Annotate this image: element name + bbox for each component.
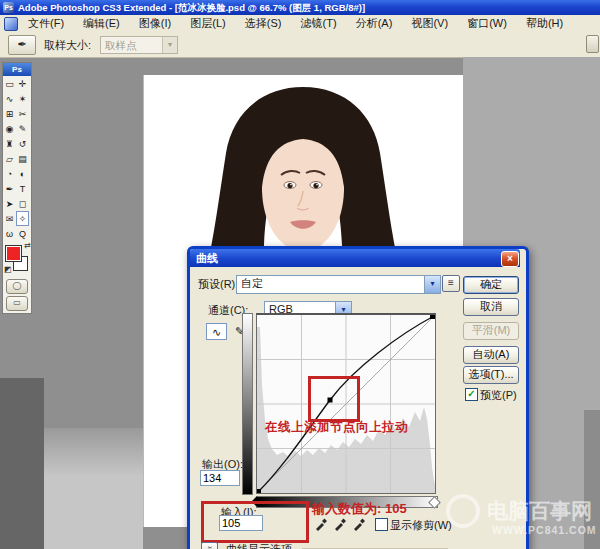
preset-label: 预设(R):	[198, 277, 238, 292]
black-point-eyedropper-icon[interactable]	[314, 517, 329, 532]
history-brush-tool[interactable]: ↺	[16, 136, 29, 151]
curve-options-label: 曲线显示选项	[226, 542, 292, 549]
workspace-background-light	[44, 428, 143, 549]
ok-button[interactable]: 确定	[463, 276, 519, 294]
toolbox-ps-logo: Ps	[3, 63, 31, 76]
dodge-tool[interactable]: ◐	[16, 166, 29, 181]
pen-tool[interactable]: ✒	[3, 181, 16, 196]
show-clipping-checkbox[interactable]	[375, 518, 388, 531]
sample-size-value: 取样点	[105, 39, 137, 51]
hand-tool[interactable]: ω	[3, 226, 16, 241]
annotation-input-note: 输入数值为: 105	[312, 500, 407, 518]
document-icon	[4, 17, 18, 31]
curve-options-expander[interactable]: »	[201, 542, 218, 549]
dropdown-arrow-icon: ▾	[424, 276, 440, 293]
photoshop-app-icon: Ps	[3, 2, 14, 13]
show-clipping-label: 显示修剪(W)	[390, 518, 452, 533]
menu-window[interactable]: 窗口(W)	[459, 15, 515, 32]
watermark-logo	[446, 494, 480, 528]
slice-tool[interactable]: ✂	[16, 106, 29, 121]
menu-analysis[interactable]: 分析(A)	[348, 15, 401, 32]
preview-checkbox[interactable]: ✓	[465, 388, 478, 401]
curve-endpoint-highlight[interactable]	[430, 315, 435, 319]
menu-layer[interactable]: 图层(L)	[182, 15, 233, 32]
edit-points-icon[interactable]: ∿	[206, 323, 227, 340]
sample-size-dropdown[interactable]: 取样点 ▾	[100, 36, 178, 54]
clone-stamp-tool[interactable]: ♜	[3, 136, 16, 151]
type-tool[interactable]: T	[16, 181, 29, 196]
quick-mask-button[interactable]: ◯	[6, 279, 28, 294]
auto-button[interactable]: 自动(A)	[463, 346, 519, 364]
rectangular-marquee-tool[interactable]: ▭	[3, 76, 16, 91]
eyedropper-options-icon[interactable]: ✒	[8, 35, 36, 55]
palette-well-icon[interactable]	[586, 35, 599, 53]
menu-bar: 文件(F) 编辑(E) 图像(I) 图层(L) 选择(S) 滤镜(T) 分析(A…	[0, 15, 600, 33]
eyedropper-icon: ✒	[17, 38, 26, 50]
shape-tool[interactable]: ◻	[16, 196, 29, 211]
curve-endpoint-shadow[interactable]	[257, 489, 261, 493]
crop-tool[interactable]: ⊞	[3, 106, 16, 121]
close-button[interactable]: ×	[501, 251, 519, 267]
eraser-tool[interactable]: ▱	[3, 151, 16, 166]
sample-size-label: 取样大小:	[44, 38, 91, 53]
watermark-site-name: 电脑百事网	[487, 497, 592, 525]
menu-filter[interactable]: 滤镜(T)	[293, 15, 345, 32]
magic-wand-tool[interactable]: ✶	[16, 91, 29, 106]
preset-options-button[interactable]: ≡	[442, 275, 460, 292]
dropdown-arrow-icon: ▾	[162, 37, 177, 53]
swap-colors-icon[interactable]: ⇄	[24, 241, 31, 250]
blur-tool[interactable]: ◔	[3, 166, 16, 181]
window-title: Adobe Photoshop CS3 Extended - [范冰冰换脸.ps…	[18, 0, 365, 15]
options-button[interactable]: 选项(T)...	[463, 366, 519, 384]
gradient-tool[interactable]: ▤	[16, 151, 29, 166]
brush-tool[interactable]: ✎	[16, 121, 29, 136]
dialog-title-bar[interactable]: 曲线	[190, 249, 520, 267]
move-tool[interactable]: ✛	[16, 76, 29, 91]
menu-image[interactable]: 图像(I)	[131, 15, 179, 32]
curve-grid[interactable]: 在线上添加节点向上拉动	[256, 313, 436, 494]
tool-options-bar: ✒ 取样大小: 取样点 ▾	[0, 32, 600, 58]
gray-point-eyedropper-icon[interactable]	[333, 517, 348, 532]
menu-file[interactable]: 文件(F)	[20, 15, 72, 32]
annotation-input-box	[201, 501, 309, 543]
zoom-tool[interactable]: Q	[16, 226, 29, 241]
menu-select[interactable]: 选择(S)	[237, 15, 290, 32]
screen-mode-button[interactable]: ▭	[6, 296, 28, 311]
preset-value: 自定	[241, 277, 263, 289]
output-value-field[interactable]	[200, 470, 240, 486]
menu-help[interactable]: 帮助(H)	[518, 15, 571, 32]
smooth-button: 平滑(M)	[463, 322, 519, 340]
lasso-tool[interactable]: ∿	[3, 91, 16, 106]
window-title-bar: Ps Adobe Photoshop CS3 Extended - [范冰冰换脸…	[0, 0, 600, 15]
notes-tool[interactable]: ✉	[3, 211, 16, 226]
cancel-button[interactable]: 取消	[463, 298, 519, 316]
menu-view[interactable]: 视图(V)	[403, 15, 456, 32]
foreground-color-swatch[interactable]	[5, 245, 22, 262]
default-colors-icon[interactable]: ◩	[4, 265, 12, 274]
output-gradient-bar	[242, 313, 253, 495]
dialog-title: 曲线	[196, 252, 218, 264]
annotation-curve-note: 在线上添加节点向上拉动	[265, 419, 408, 436]
menu-edit[interactable]: 编辑(E)	[75, 15, 128, 32]
path-selection-tool[interactable]: ➤	[3, 196, 16, 211]
preview-label: 预览(P)	[480, 388, 517, 403]
workspace-background-left	[0, 378, 44, 549]
white-point-eyedropper-icon[interactable]	[352, 517, 367, 532]
color-swatch-area: ⇄ ◩	[3, 241, 31, 277]
preset-dropdown[interactable]: 自定 ▾	[236, 275, 441, 294]
watermark-site-url: WWW.PC841.COM	[492, 524, 597, 536]
annotation-highlight-box	[308, 376, 360, 422]
toolbox-palette: Ps ▭ ✛ ∿ ✶ ⊞ ✂ ◉ ✎ ♜ ↺ ▱ ▤ ◔ ◐ ✒ T ➤ ◻ ✉…	[2, 62, 32, 314]
eyedropper-tool[interactable]: ✧	[16, 211, 29, 226]
healing-brush-tool[interactable]: ◉	[3, 121, 16, 136]
